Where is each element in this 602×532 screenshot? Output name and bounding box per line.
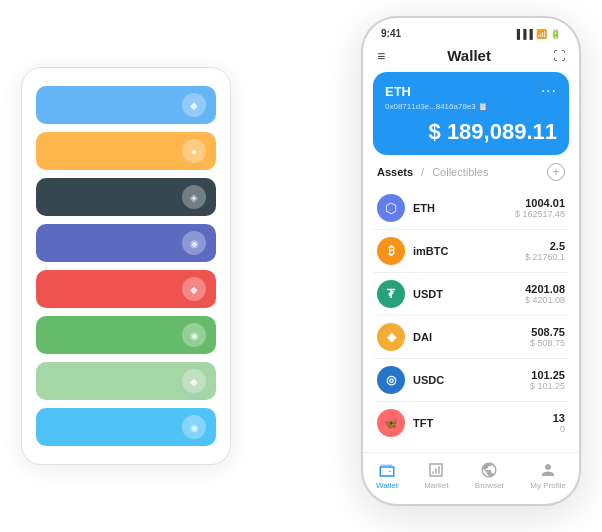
phone-mockup: 9:41 ▐▐▐ 📶 🔋 ≡ Wallet ⛶ ETH ··· 0x08711d… (361, 16, 581, 506)
asset-usd-dai: $ 508.75 (530, 338, 565, 348)
table-row[interactable]: ⬡ ETH 1004.01 $ 162517.48 (373, 187, 569, 230)
card-icon-3: ◈ (182, 185, 206, 209)
asset-amounts-dai: 508.75 $ 508.75 (530, 326, 565, 348)
card-icon-6: ◉ (182, 323, 206, 347)
asset-name-tft: TFT (413, 417, 553, 429)
asset-name-dai: DAI (413, 331, 530, 343)
list-item[interactable]: ◉ (36, 224, 216, 262)
eth-label: ETH (385, 84, 411, 99)
nav-browser-label: Browser (475, 481, 504, 490)
asset-balance-tft: 13 (553, 412, 565, 424)
card-icon-8: ◉ (182, 415, 206, 439)
table-row[interactable]: ₿ imBTC 2.5 $ 21760.1 (373, 230, 569, 273)
assets-section-header: Assets / Collectibles + (363, 163, 579, 187)
card-icon-5: ◆ (182, 277, 206, 301)
asset-usd-usdc: $ 101.25 (530, 381, 565, 391)
tab-divider: / (421, 166, 424, 178)
asset-usd-tft: 0 (553, 424, 565, 434)
browser-nav-icon (480, 461, 498, 479)
nav-profile-label: My Profile (530, 481, 566, 490)
phone-header: ≡ Wallet ⛶ (363, 43, 579, 72)
asset-name-usdc: USDC (413, 374, 530, 386)
battery-icon: 🔋 (550, 29, 561, 39)
asset-amounts-imbtc: 2.5 $ 21760.1 (525, 240, 565, 262)
card-icon-4: ◉ (182, 231, 206, 255)
tft-logo: 🦋 (377, 409, 405, 437)
tab-collectibles[interactable]: Collectibles (432, 166, 488, 178)
assets-tabs: Assets / Collectibles (377, 166, 488, 178)
tab-assets[interactable]: Assets (377, 166, 413, 178)
status-time: 9:41 (381, 28, 401, 39)
asset-amounts-tft: 13 0 (553, 412, 565, 434)
usdc-logo: ◎ (377, 366, 405, 394)
nav-wallet-label: Wallet (376, 481, 398, 490)
asset-name-eth: ETH (413, 202, 515, 214)
profile-nav-icon (539, 461, 557, 479)
list-item[interactable]: ◉ (36, 408, 216, 446)
eth-logo: ⬡ (377, 194, 405, 222)
add-asset-button[interactable]: + (547, 163, 565, 181)
nav-market[interactable]: Market (424, 461, 448, 490)
asset-balance-usdt: 4201.08 (525, 283, 565, 295)
asset-amounts-usdt: 4201.08 $ 4201.08 (525, 283, 565, 305)
status-bar: 9:41 ▐▐▐ 📶 🔋 (363, 18, 579, 43)
nav-market-label: Market (424, 481, 448, 490)
asset-balance-eth: 1004.01 (515, 197, 565, 209)
nav-wallet[interactable]: Wallet (376, 461, 398, 490)
eth-card-header: ETH ··· (385, 82, 557, 100)
expand-icon[interactable]: ⛶ (553, 49, 565, 63)
eth-card[interactable]: ETH ··· 0x08711d3e...8416a78e3 📋 $ 189,0… (373, 72, 569, 155)
status-icons: ▐▐▐ 📶 🔋 (514, 29, 561, 39)
signal-icon: ▐▐▐ (514, 29, 533, 39)
table-row[interactable]: ◈ DAI 508.75 $ 508.75 (373, 316, 569, 359)
asset-usd-eth: $ 162517.48 (515, 209, 565, 219)
card-icon-1: ◆ (182, 93, 206, 117)
list-item[interactable]: ◆ (36, 270, 216, 308)
dai-logo: ◈ (377, 323, 405, 351)
asset-name-imbtc: imBTC (413, 245, 525, 257)
asset-usd-imbtc: $ 21760.1 (525, 252, 565, 262)
asset-amounts-usdc: 101.25 $ 101.25 (530, 369, 565, 391)
nav-profile[interactable]: My Profile (530, 461, 566, 490)
main-scene: ◆ ● ◈ ◉ ◆ ◉ ◆ ◉ 9:41 ▐▐▐ 📶 (21, 16, 581, 516)
usdt-logo: ₮ (377, 280, 405, 308)
eth-options-icon[interactable]: ··· (541, 82, 557, 100)
card-icon-7: ◆ (182, 369, 206, 393)
eth-amount: $ 189,089.11 (385, 119, 557, 145)
list-item[interactable]: ◆ (36, 362, 216, 400)
menu-icon[interactable]: ≡ (377, 48, 385, 64)
asset-usd-usdt: $ 4201.08 (525, 295, 565, 305)
asset-name-usdt: USDT (413, 288, 525, 300)
list-item[interactable]: ◆ (36, 86, 216, 124)
asset-balance-usdc: 101.25 (530, 369, 565, 381)
nav-browser[interactable]: Browser (475, 461, 504, 490)
asset-balance-imbtc: 2.5 (525, 240, 565, 252)
table-row[interactable]: ₮ USDT 4201.08 $ 4201.08 (373, 273, 569, 316)
list-item[interactable]: ◈ (36, 178, 216, 216)
wifi-icon: 📶 (536, 29, 547, 39)
bottom-nav: Wallet Market Browser My Profile (363, 452, 579, 504)
eth-address: 0x08711d3e...8416a78e3 📋 (385, 102, 557, 111)
asset-list: ⬡ ETH 1004.01 $ 162517.48 ₿ imBTC 2.5 $ … (363, 187, 579, 450)
list-item[interactable]: ● (36, 132, 216, 170)
page-title: Wallet (447, 47, 491, 64)
market-nav-icon (427, 461, 445, 479)
wallet-nav-icon (378, 461, 396, 479)
card-icon-2: ● (182, 139, 206, 163)
card-stack: ◆ ● ◈ ◉ ◆ ◉ ◆ ◉ (21, 67, 231, 465)
asset-amounts-eth: 1004.01 $ 162517.48 (515, 197, 565, 219)
imbtc-logo: ₿ (377, 237, 405, 265)
table-row[interactable]: 🦋 TFT 13 0 (373, 402, 569, 444)
table-row[interactable]: ◎ USDC 101.25 $ 101.25 (373, 359, 569, 402)
list-item[interactable]: ◉ (36, 316, 216, 354)
asset-balance-dai: 508.75 (530, 326, 565, 338)
